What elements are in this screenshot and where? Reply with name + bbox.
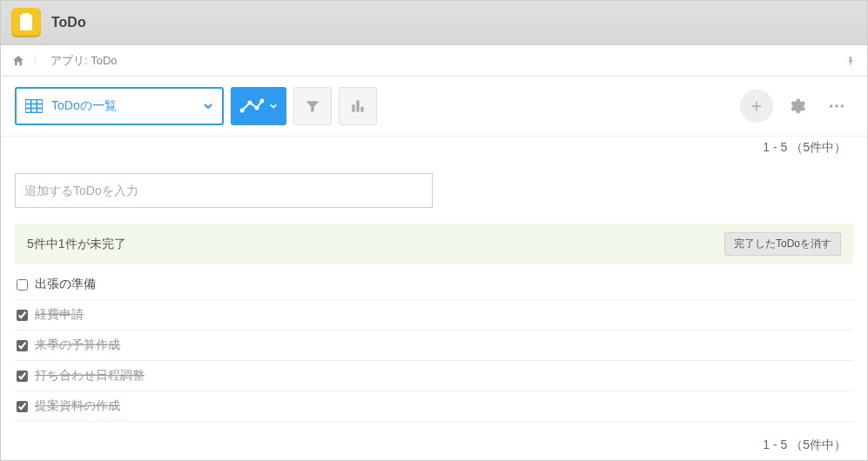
todo-item: 出張の準備: [15, 270, 853, 300]
view-select[interactable]: ToDoの一覧: [15, 87, 224, 125]
todo-label: 経費申請: [35, 307, 84, 323]
clear-completed-button[interactable]: 完了したToDoを消す: [724, 232, 841, 256]
todo-item: 提案資料の作成: [15, 391, 853, 422]
svg-point-16: [841, 104, 844, 108]
pager-bottom: 1 - 5 （5件中）: [1, 432, 867, 458]
bar-chart-icon: [349, 97, 367, 115]
todo-label: 出張の準備: [35, 277, 96, 292]
todo-checkbox[interactable]: [17, 401, 28, 412]
todo-item: 来季の予算作成: [15, 331, 853, 361]
more-button[interactable]: [820, 90, 853, 123]
ellipsis-icon: [827, 97, 846, 116]
chevron-down-icon: [203, 101, 213, 111]
grid-icon: [25, 99, 43, 113]
todo-label: 打ち合わせ日程調整: [35, 368, 145, 384]
titlebar: ToDo: [1, 1, 867, 45]
pager-top: 1 - 5 （5件中）: [1, 137, 867, 163]
svg-point-15: [835, 104, 838, 108]
home-icon[interactable]: [11, 54, 25, 68]
todo-list: 出張の準備経費申請来季の予算作成打ち合わせ日程調整提案資料の作成: [15, 270, 853, 422]
todo-label: 提案資料の作成: [35, 398, 120, 414]
todo-checkbox[interactable]: [17, 310, 28, 321]
status-text: 5件中1件が未完了: [27, 237, 126, 252]
breadcrumb-label[interactable]: アプリ: ToDo: [50, 53, 118, 69]
view-select-label: ToDoの一覧: [51, 98, 117, 114]
graph-button[interactable]: [231, 87, 286, 125]
funnel-icon: [304, 97, 321, 115]
chart-button[interactable]: [339, 87, 377, 125]
breadcrumb-separator: 〉: [32, 53, 44, 69]
filter-button[interactable]: [293, 87, 332, 125]
status-bar: 5件中1件が未完了 完了したToDoを消す: [15, 224, 853, 264]
todo-checkbox[interactable]: [17, 371, 28, 382]
app-icon: [11, 8, 41, 37]
graph-icon: [239, 97, 264, 115]
chevron-down-icon: [269, 102, 278, 110]
add-todo-input[interactable]: [15, 173, 433, 208]
svg-rect-11: [352, 104, 354, 111]
settings-button[interactable]: [780, 90, 813, 123]
todo-checkbox[interactable]: [17, 340, 28, 351]
breadcrumb: 〉 アプリ: ToDo: [1, 45, 867, 77]
app-title: ToDo: [51, 15, 86, 30]
svg-point-14: [830, 104, 833, 108]
todo-checkbox[interactable]: [17, 279, 28, 291]
svg-rect-2: [25, 100, 43, 113]
svg-rect-12: [356, 100, 359, 111]
todo-label: 来季の予算作成: [35, 337, 120, 353]
gear-icon: [787, 97, 806, 116]
plus-icon: [749, 98, 764, 114]
svg-rect-0: [20, 15, 32, 30]
toolbar: ToDoの一覧: [1, 77, 867, 137]
svg-rect-1: [23, 13, 30, 17]
pin-icon[interactable]: [844, 55, 857, 67]
todo-item: 経費申請: [15, 300, 853, 331]
add-record-button[interactable]: [740, 90, 773, 123]
svg-rect-13: [360, 107, 363, 112]
todo-item: 打ち合わせ日程調整: [15, 361, 853, 391]
